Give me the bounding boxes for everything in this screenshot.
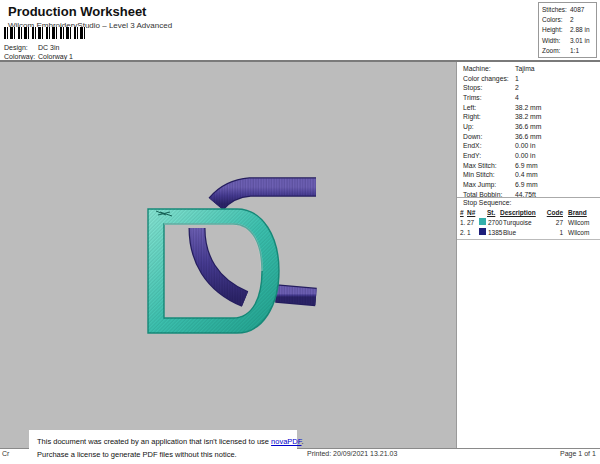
colorway-value: Colorway 1 bbox=[38, 53, 73, 60]
stat-height: Height:2.88 in bbox=[539, 25, 596, 35]
design-value: DC 3in bbox=[38, 44, 59, 51]
design-label: Design: bbox=[4, 44, 38, 51]
page-number: Page 1 of 1 bbox=[560, 450, 596, 457]
colorway-label: Colorway: bbox=[4, 53, 38, 60]
production-worksheet-page: Production Worksheet Wilcom EmbroiderySt… bbox=[0, 0, 600, 464]
machine-row: EndX:0.00 in bbox=[457, 141, 600, 151]
design-canvas bbox=[0, 62, 456, 448]
machine-row: Down:36.6 mm bbox=[457, 132, 600, 142]
page-title: Production Worksheet bbox=[8, 4, 146, 19]
stop-sequence-section: Stop Sequence: # N# St. Description Code… bbox=[457, 197, 600, 240]
stat-zoom: Zoom:1:1 bbox=[539, 46, 596, 56]
machine-row: Machine:Tajima bbox=[457, 64, 600, 74]
machine-row: EndY:0.00 in bbox=[457, 151, 600, 161]
novapdf-notice: This document was created by an applicat… bbox=[29, 430, 297, 462]
machine-row: Stops:2 bbox=[457, 83, 600, 93]
machine-row: Left:38.2 mm bbox=[457, 103, 600, 113]
stop-sequence-row: 2. 1 1385 Blue 1 Wilcom bbox=[457, 228, 600, 238]
design-row: Design:DC 3in bbox=[4, 44, 59, 51]
design-stats-box: Stitches:4087 Colors:2 Height:2.88 in Wi… bbox=[538, 2, 597, 58]
machine-row: Max Jump:6.9 mm bbox=[457, 180, 600, 190]
stop-sequence-header: # N# St. Description Code Brand bbox=[457, 208, 600, 218]
stat-colors: Colors:2 bbox=[539, 15, 596, 25]
stop-sequence-title: Stop Sequence: bbox=[457, 198, 600, 208]
machine-row: Color changes:1 bbox=[457, 74, 600, 84]
notice-line-1: This document was created by an applicat… bbox=[37, 435, 297, 448]
machine-row: Right:38.2 mm bbox=[457, 112, 600, 122]
machine-row: Trims:4 bbox=[457, 93, 600, 103]
barcode bbox=[4, 27, 86, 39]
printed-timestamp: Printed: 20/09/2021 13.21.03 bbox=[307, 450, 397, 457]
machine-row: Up:36.6 mm bbox=[457, 122, 600, 132]
colorway-row: Colorway:Colorway 1 bbox=[4, 53, 73, 60]
notice-line-2: Purchase a license to generate PDF files… bbox=[37, 448, 297, 461]
machine-row: Min Stitch:0.4 mm bbox=[457, 170, 600, 180]
created-text-fragment: Cr bbox=[2, 450, 9, 457]
panel-divider bbox=[456, 62, 457, 448]
dc-monogram-artwork bbox=[0, 62, 456, 448]
thread-swatch-blue bbox=[479, 228, 486, 235]
stat-width: Width:3.01 in bbox=[539, 36, 596, 46]
thread-swatch-turquoise bbox=[479, 218, 486, 225]
stat-stitches: Stitches:4087 bbox=[539, 5, 596, 15]
machine-info-panel: Machine:Tajima Color changes:1 Stops:2 T… bbox=[457, 62, 600, 448]
novapdf-link[interactable]: novaPDF bbox=[271, 437, 301, 446]
stop-sequence-divider bbox=[457, 239, 600, 240]
stop-sequence-row: 1. 27 2700 Turquoise 27 Wilcom bbox=[457, 218, 600, 228]
machine-row: Max Stitch:6.9 mm bbox=[457, 161, 600, 171]
